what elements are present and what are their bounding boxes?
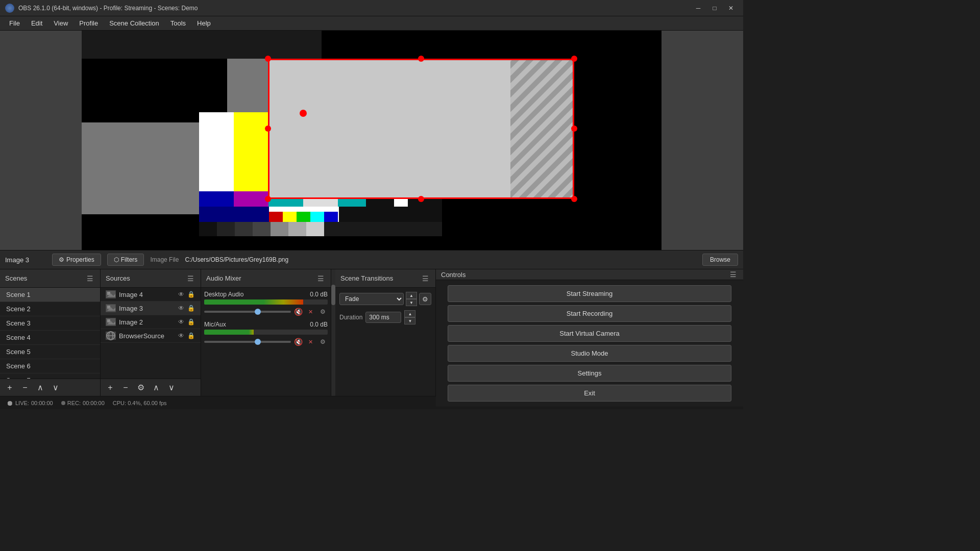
scene-item-2[interactable]: Scene 2 (0, 302, 100, 316)
close-button[interactable]: ✕ (724, 4, 738, 13)
studio-mode-button[interactable]: Studio Mode (448, 345, 732, 362)
scene-item-4[interactable]: Scene 4 (0, 331, 100, 345)
svg-point-48 (418, 56, 424, 62)
menu-tools[interactable]: Tools (165, 17, 191, 29)
desktop-audio-db: 0.0 dB (310, 291, 328, 298)
scenes-remove-button[interactable]: − (19, 382, 31, 393)
mic-mute-x-button[interactable]: ✕ (305, 337, 315, 347)
duration-spin-down[interactable]: ▼ (404, 317, 415, 324)
exit-button[interactable]: Exit (448, 385, 732, 402)
audio-panel-menu-button[interactable]: ☰ (315, 273, 326, 284)
svg-rect-37 (310, 212, 324, 222)
scenes-down-button[interactable]: ∨ (50, 382, 61, 393)
cpu-status: CPU: 0.4%, 60.00 fps (113, 400, 167, 406)
maximize-button[interactable]: □ (707, 4, 722, 13)
svg-rect-1 (0, 31, 82, 250)
source-visibility-image4[interactable]: 👁 (178, 290, 185, 298)
svg-rect-30 (271, 222, 288, 236)
scene-item-3[interactable]: Scene 3 (0, 316, 100, 331)
filter-icon: ⬡ (114, 256, 119, 263)
sources-up-button[interactable]: ∧ (151, 382, 162, 393)
transition-spin-down[interactable]: ▼ (406, 299, 417, 306)
desktop-mute-button[interactable]: 🔇 (293, 307, 303, 317)
desktop-audio-settings-button[interactable]: ⚙ (317, 307, 328, 317)
svg-point-50 (265, 126, 271, 132)
svg-point-52 (265, 196, 271, 202)
source-lock-browser[interactable]: 🔒 (187, 332, 195, 340)
mic-audio-settings-button[interactable]: ⚙ (317, 337, 328, 347)
cpu-label: CPU: 0.4%, 60.00 fps (113, 400, 167, 406)
source-item-image4[interactable]: Image 4 👁 🔒 (101, 288, 201, 302)
svg-rect-29 (253, 222, 271, 236)
audio-scrollbar-thumb (331, 285, 335, 305)
svg-rect-38 (324, 212, 338, 222)
scene-item-6[interactable]: Scene 6 (0, 359, 100, 373)
duration-spin-up[interactable]: ▲ (404, 310, 415, 317)
svg-rect-9 (234, 112, 268, 191)
desktop-volume-slider[interactable] (204, 311, 291, 313)
scenes-up-button[interactable]: ∧ (35, 382, 46, 393)
transition-spin-up[interactable]: ▲ (406, 292, 417, 299)
start-streaming-button[interactable]: Start Streaming (448, 285, 732, 302)
audio-scrollbar[interactable] (331, 269, 335, 396)
source-lock-image3[interactable]: 🔒 (187, 304, 195, 312)
source-icon-image4 (106, 290, 116, 298)
menu-edit[interactable]: Edit (26, 17, 47, 29)
scenes-panel-menu-button[interactable]: ☰ (85, 273, 95, 284)
svg-rect-15 (199, 191, 234, 207)
transition-type-select[interactable]: Fade (339, 293, 404, 305)
svg-rect-33 (324, 222, 442, 236)
controls-panel-menu-button[interactable]: ☰ (728, 269, 738, 280)
source-icon-image3 (106, 304, 116, 312)
properties-button[interactable]: ⚙ Properties (52, 254, 101, 266)
source-item-image2[interactable]: Image 2 👁 🔒 (101, 315, 201, 329)
live-indicator-icon: ⏺ (6, 399, 13, 407)
settings-button[interactable]: Settings (448, 365, 732, 382)
mic-meter-fill (204, 330, 254, 335)
source-controls-image4: 👁 🔒 (178, 290, 195, 298)
sources-add-button[interactable]: + (105, 382, 116, 393)
scenes-add-button[interactable]: + (4, 382, 15, 393)
browse-button[interactable]: Browse (702, 254, 738, 266)
menu-scene-collection[interactable]: Scene Collection (104, 17, 164, 29)
mic-mute-button[interactable]: 🔇 (293, 337, 303, 347)
transition-settings-button[interactable]: ⚙ (419, 293, 431, 305)
source-visibility-browser[interactable]: 👁 (178, 332, 185, 340)
sources-panel-menu-button[interactable]: ☰ (185, 273, 195, 284)
sources-settings-button[interactable]: ⚙ (135, 382, 146, 393)
app-icon (5, 4, 14, 13)
menu-view[interactable]: View (48, 17, 73, 29)
scenes-panel-title: Scenes (5, 274, 27, 282)
source-lock-image2[interactable]: 🔒 (187, 318, 195, 326)
audio-mixer-panel: Audio Mixer ☰ Desktop Audio 0.0 dB 🔇 ✕ (201, 269, 331, 396)
menu-file[interactable]: File (4, 17, 25, 29)
live-time: 00:00:00 (31, 400, 53, 406)
scene-item-5[interactable]: Scene 5 (0, 345, 100, 359)
gear-icon: ⚙ (59, 256, 64, 263)
source-visibility-image2[interactable]: 👁 (178, 318, 185, 326)
rec-dot-icon (61, 401, 65, 405)
sources-down-button[interactable]: ∨ (166, 382, 177, 393)
source-visibility-image3[interactable]: 👁 (178, 304, 185, 312)
start-virtual-camera-button[interactable]: Start Virtual Camera (448, 325, 732, 342)
window-title: OBS 26.1.0 (64-bit, windows) - Profile: … (18, 5, 687, 12)
menu-profile[interactable]: Profile (74, 17, 103, 29)
minimize-button[interactable]: ─ (691, 4, 705, 13)
audio-content: Desktop Audio 0.0 dB 🔇 ✕ ⚙ M (201, 288, 331, 396)
scene-item-7[interactable]: Scene 7 (0, 373, 100, 379)
rec-time: 00:00:00 (83, 400, 105, 406)
sources-remove-button[interactable]: − (120, 382, 131, 393)
source-lock-image4[interactable]: 🔒 (187, 290, 195, 298)
svg-rect-36 (297, 212, 310, 222)
desktop-mute-x-button[interactable]: ✕ (305, 307, 315, 317)
controls-content: Start Streaming Start Recording Start Vi… (436, 280, 743, 407)
start-recording-button[interactable]: Start Recording (448, 305, 732, 322)
source-item-browser[interactable]: BrowserSource 👁 🔒 (101, 329, 201, 343)
duration-input[interactable] (365, 312, 401, 323)
mic-volume-slider[interactable] (204, 341, 291, 343)
source-item-image3[interactable]: Image 3 👁 🔒 (101, 302, 201, 315)
menu-help[interactable]: Help (192, 17, 216, 29)
transitions-panel-menu-button[interactable]: ☰ (420, 273, 430, 284)
filters-button[interactable]: ⬡ Filters (107, 254, 144, 266)
scene-item-1[interactable]: Scene 1 (0, 288, 100, 302)
